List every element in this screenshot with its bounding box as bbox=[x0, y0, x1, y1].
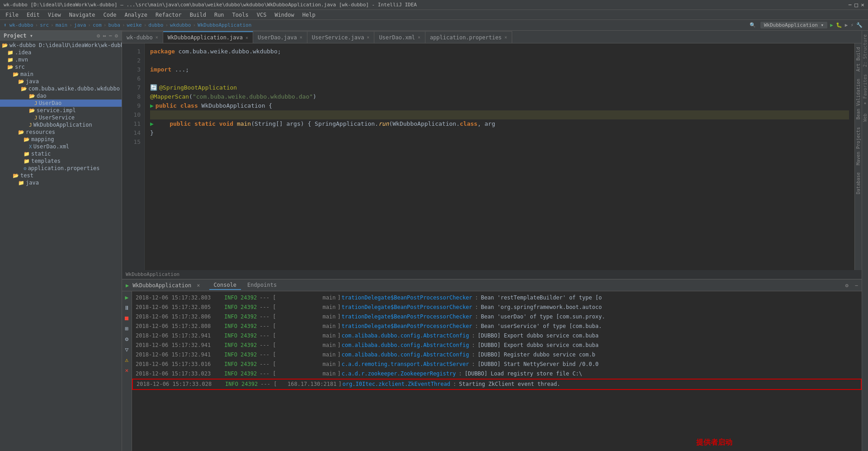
menu-bar: FileEditViewNavigateCodeAnalyzeRefactorB… bbox=[0, 10, 868, 20]
nav-item[interactable]: com bbox=[93, 22, 102, 28]
tab-close-icon[interactable]: × bbox=[505, 35, 507, 40]
run-close[interactable]: × bbox=[197, 282, 200, 289]
web-label[interactable]: Web bbox=[862, 110, 868, 125]
maximize-button[interactable]: □ bbox=[854, 1, 858, 8]
nav-item[interactable]: main bbox=[56, 22, 68, 28]
code-text: @SpringBootApplication bbox=[159, 83, 237, 92]
tab-label: WkDubboApplication.java bbox=[168, 34, 243, 41]
xml-file-icon: X bbox=[29, 144, 32, 150]
nav-item[interactable]: WkDubboApplication bbox=[198, 22, 251, 28]
restore-layout-icon[interactable]: ⊞ bbox=[124, 324, 130, 333]
warning-icon[interactable]: ⚠ bbox=[124, 356, 130, 364]
nav-item[interactable]: wkdubbo bbox=[170, 22, 191, 28]
project-header-gear[interactable]: ⚙ bbox=[115, 33, 118, 39]
error-icon[interactable]: ✕ bbox=[124, 366, 130, 375]
tree-item[interactable]: XUserDao.xml bbox=[0, 143, 122, 150]
menu-item-run[interactable]: Run bbox=[211, 11, 228, 19]
minimize-button[interactable]: − bbox=[849, 1, 852, 8]
log-sep: --- [ bbox=[259, 313, 276, 321]
bean-validation-panel[interactable]: Bean Validation bbox=[855, 75, 862, 123]
close-button[interactable]: × bbox=[861, 1, 864, 8]
log-message: Bean 'userDao' of type [com.sun.proxy. bbox=[481, 313, 605, 321]
run-with-coverage-button[interactable]: ▶ bbox=[845, 22, 848, 28]
project-header-icon[interactable]: ↔ bbox=[103, 33, 106, 39]
log-bracket: ] bbox=[337, 322, 340, 331]
run-config-dropdown[interactable]: WkDubboApplication ▾ bbox=[760, 22, 827, 28]
run-collapse-icon[interactable]: − bbox=[855, 282, 858, 289]
tree-item[interactable]: 📂test bbox=[0, 172, 122, 179]
nav-item[interactable]: dubbo bbox=[148, 22, 163, 28]
tree-item[interactable]: 📂src bbox=[0, 63, 122, 71]
menu-item-file[interactable]: File bbox=[2, 11, 22, 19]
editor-tab[interactable]: application.properties× bbox=[425, 31, 512, 43]
pause-icon[interactable]: ⏸ bbox=[123, 304, 131, 312]
run-button[interactable]: ▶ bbox=[830, 22, 833, 28]
tab-endpoints[interactable]: Endpoints bbox=[243, 281, 281, 290]
menu-item-refactor[interactable]: Refactor bbox=[152, 11, 185, 19]
favorites-label[interactable]: ★ Favorites bbox=[862, 71, 868, 110]
menu-item-analyze[interactable]: Analyze bbox=[121, 11, 151, 19]
tree-item[interactable]: 📁templates bbox=[0, 157, 122, 165]
menu-item-navigate[interactable]: Navigate bbox=[66, 11, 99, 19]
rerun-icon[interactable]: ▶ bbox=[124, 293, 130, 302]
structure-label[interactable]: 2: Structure bbox=[862, 31, 868, 71]
debug-button[interactable]: 🐛 bbox=[836, 22, 842, 28]
tab-close-icon[interactable]: × bbox=[245, 35, 248, 40]
nav-item[interactable]: weike bbox=[127, 22, 142, 28]
menu-item-edit[interactable]: Edit bbox=[23, 11, 43, 19]
tab-close-icon[interactable]: × bbox=[156, 35, 158, 40]
tree-item[interactable]: 📂com.buba.weike.dubbo.wkdubbo bbox=[0, 85, 122, 92]
nav-item[interactable]: java bbox=[74, 22, 86, 28]
art-build-panel[interactable]: Art Build bbox=[855, 43, 862, 75]
tab-console[interactable]: Console bbox=[209, 281, 241, 290]
run-settings-icon[interactable]: ⚙ bbox=[845, 282, 849, 289]
tree-item[interactable]: 📂main bbox=[0, 71, 122, 78]
search-run-config[interactable]: 🔍 bbox=[750, 22, 756, 28]
menu-item-window[interactable]: Window bbox=[271, 11, 297, 19]
profiler-button[interactable]: ⚡ bbox=[850, 22, 854, 28]
gutter-run-icon[interactable]: ▶ bbox=[150, 101, 154, 110]
menu-item-view[interactable]: View bbox=[44, 11, 65, 19]
tab-close-icon[interactable]: × bbox=[418, 35, 420, 40]
code-content[interactable]: package com.buba.weike.dubbo.wkdubbo;imp… bbox=[145, 43, 854, 270]
tree-item[interactable]: 📂service.impl bbox=[0, 107, 122, 114]
menu-item-vcs[interactable]: VCS bbox=[253, 11, 270, 19]
tree-item[interactable]: 📂java bbox=[0, 78, 122, 85]
nav-item[interactable]: buba bbox=[108, 22, 120, 28]
tree-item[interactable]: JWkDubboApplication bbox=[0, 121, 122, 128]
tree-item[interactable]: 📁.idea bbox=[0, 49, 122, 56]
gutter-run-icon[interactable]: 🔄 bbox=[150, 83, 157, 92]
tab-close-icon[interactable]: × bbox=[367, 35, 369, 40]
menu-item-code[interactable]: Code bbox=[100, 11, 120, 19]
editor-tab[interactable]: WkDubboApplication.java× bbox=[163, 31, 253, 43]
tree-item[interactable]: JUserDao bbox=[0, 100, 122, 107]
nav-item[interactable]: src bbox=[40, 22, 49, 28]
filter-icon[interactable]: ▽ bbox=[124, 345, 130, 354]
stop-icon[interactable]: ⏹ bbox=[123, 314, 131, 323]
tree-item[interactable]: 📁java bbox=[0, 179, 122, 186]
tree-item[interactable]: 📂wk-dubbo D:\idealU\ideaWork\wk-dubbo bbox=[0, 42, 122, 49]
tree-item[interactable]: 📁.mvn bbox=[0, 56, 122, 63]
tree-item[interactable]: 📂dao bbox=[0, 92, 122, 100]
gutter-run-icon[interactable]: ▶ bbox=[150, 119, 154, 128]
tree-item[interactable]: ⚙application.properties bbox=[0, 165, 122, 172]
project-header-icon[interactable]: ⚙ bbox=[97, 33, 100, 39]
tab-close-icon[interactable]: × bbox=[300, 35, 302, 40]
vcs-button[interactable]: 🔧 bbox=[856, 22, 863, 28]
maven-projects-panel[interactable]: Maven Projects bbox=[855, 123, 862, 169]
project-header-collapse[interactable]: − bbox=[109, 33, 112, 39]
menu-item-help[interactable]: Help bbox=[299, 11, 319, 19]
menu-item-tools[interactable]: Tools bbox=[229, 11, 252, 19]
settings2-icon[interactable]: ⚙ bbox=[124, 335, 130, 343]
menu-item-build[interactable]: Build bbox=[186, 11, 210, 19]
editor-tab[interactable]: UserDao.xml× bbox=[374, 31, 425, 43]
tree-item[interactable]: JUserService bbox=[0, 114, 122, 121]
database-panel[interactable]: Database bbox=[855, 169, 862, 198]
tree-item[interactable]: 📂resources bbox=[0, 128, 122, 136]
tree-item[interactable]: 📂mapping bbox=[0, 136, 122, 143]
editor-tab[interactable]: wk-dubbo× bbox=[122, 31, 163, 43]
editor-tab[interactable]: UserService.java× bbox=[307, 31, 375, 43]
nav-item[interactable]: wk-dubbo bbox=[9, 22, 33, 28]
tree-item[interactable]: 📁static bbox=[0, 150, 122, 157]
editor-tab[interactable]: UserDao.java× bbox=[253, 31, 307, 43]
